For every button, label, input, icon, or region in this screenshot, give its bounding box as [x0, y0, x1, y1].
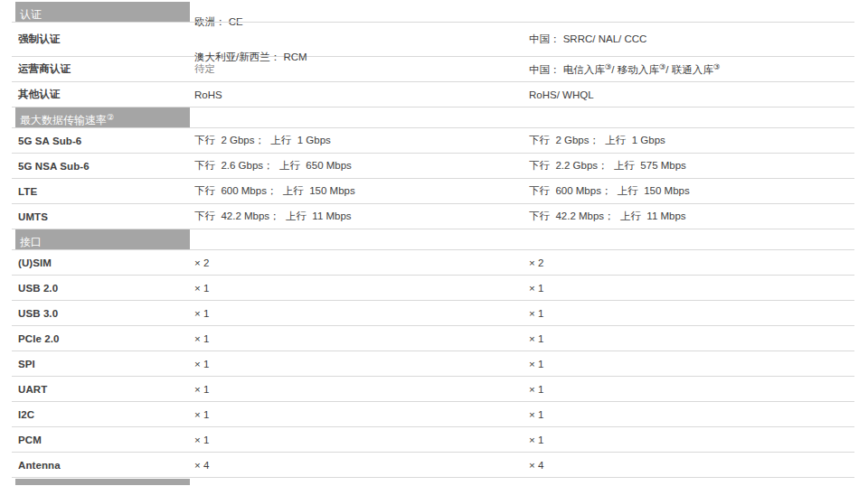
cell-product2-other-certification: RoHS/ WHQL [529, 89, 854, 100]
cell-text-part: 中国： 电信入库 [529, 64, 605, 75]
row-label: UART [12, 384, 194, 395]
row-label: USB 3.0 [12, 308, 194, 319]
table-row-umts: UMTS 下行 42.2 Mbps； 上行 11 Mbps 下行 42.2 Mb… [12, 204, 854, 229]
row-label: 其他认证 [12, 88, 194, 101]
cell-product2-pcm: × 1 [529, 435, 854, 445]
section-header-max-data-rate: 最大数据传输速率② [12, 107, 854, 128]
datasheet-page: 认证 强制认证 欧洲： CE 澳大利亚/新西兰： RCM 中国： SRRC/ N… [0, 0, 868, 486]
section-bar-max-data-rate: 最大数据传输速率② [15, 107, 190, 127]
table-row-pcm: PCM × 1 × 1 [12, 427, 854, 453]
cell-product1-antenna: × 4 [194, 460, 529, 471]
cell-product1-pcie20: × 1 [194, 333, 529, 344]
table-row-5g-sa-sub6: 5G SA Sub-6 下行 2 Gbps； 上行 1 Gbps 下行 2 Gb… [12, 128, 854, 154]
table-row-usb20: USB 2.0 × 1 × 1 [12, 276, 854, 301]
row-label: 运营商认证 [12, 62, 194, 76]
row-label: I2C [12, 409, 194, 420]
cell-product1-usb20: × 1 [194, 283, 529, 294]
cell-product2-carrier-certification: 中国： 电信入库③/ 移动入库③/ 联通入库③ [529, 62, 854, 77]
row-label: USB 2.0 [12, 283, 194, 294]
section-title: 最大数据传输速率 [20, 114, 107, 126]
cell-product1-spi: × 1 [194, 359, 529, 369]
row-label: PCM [12, 435, 194, 445]
cell-product2-umts: 下行 42.2 Mbps； 上行 11 Mbps [529, 210, 854, 223]
cell-text-part: / 移动入库 [611, 64, 658, 75]
cell-text-part: / 联通入库 [665, 64, 712, 75]
section-header-interfaces: 接口 [12, 229, 854, 250]
section-header-certification: 认证 [12, 2, 854, 23]
table-row-mandatory-certification: 强制认证 欧洲： CE 澳大利亚/新西兰： RCM 中国： SRRC/ NAL/… [12, 23, 854, 57]
cell-product2-spi: × 1 [529, 359, 854, 369]
section-bar-interfaces: 接口 [15, 229, 190, 249]
cell-product1-uart: × 1 [194, 384, 529, 395]
row-label: 5G NSA Sub-6 [12, 161, 194, 172]
cell-product1-5g-nsa-sub6: 下行 2.6 Gbps； 上行 650 Mbps [194, 159, 529, 173]
cell-product1-i2c: × 1 [194, 409, 529, 420]
cell-product1-usim: × 2 [194, 257, 529, 268]
cell-product2-i2c: × 1 [529, 409, 854, 420]
section-title: 接口 [20, 236, 42, 248]
cell-product1-usb30: × 1 [194, 308, 529, 319]
row-label: PCIe 2.0 [12, 333, 194, 344]
table-row-lte: LTE 下行 600 Mbps； 上行 150 Mbps 下行 600 Mbps… [12, 179, 854, 204]
row-label: (U)SIM [12, 257, 194, 268]
cell-product2-mandatory-certification: 中国： SRRC/ NAL/ CCC [529, 33, 854, 46]
cell-product2-usb20: × 1 [529, 283, 854, 294]
cell-product2-uart: × 1 [529, 384, 854, 395]
table-row-antenna: Antenna × 4 × 4 [12, 453, 854, 478]
cell-product1-pcm: × 1 [194, 435, 529, 445]
section-header-next-partial [12, 479, 854, 485]
spec-table: 认证 强制认证 欧洲： CE 澳大利亚/新西兰： RCM 中国： SRRC/ N… [12, 2, 854, 485]
cell-product2-lte: 下行 600 Mbps； 上行 150 Mbps [529, 184, 854, 198]
cell-product2-antenna: × 4 [529, 460, 854, 471]
section-title-superscript: ② [107, 113, 114, 122]
table-row-spi: SPI × 1 × 1 [12, 351, 854, 377]
table-row-usim: (U)SIM × 2 × 2 [12, 250, 854, 276]
cell-product1-umts: 下行 42.2 Mbps； 上行 11 Mbps [194, 210, 529, 223]
cell-product1-lte: 下行 600 Mbps； 上行 150 Mbps [194, 184, 529, 198]
section-title: 认证 [20, 8, 42, 21]
table-row-uart: UART × 1 × 1 [12, 377, 854, 402]
cell-product1-other-certification: RoHS [194, 89, 529, 100]
section-bar-certification: 认证 [15, 2, 190, 22]
cell-product2-usb30: × 1 [529, 308, 854, 319]
table-row-other-certification: 其他认证 RoHS RoHS/ WHQL [12, 82, 854, 107]
row-label: UMTS [12, 211, 194, 222]
cell-product2-pcie20: × 1 [529, 333, 854, 344]
row-label: SPI [12, 359, 194, 369]
table-row-usb30: USB 3.0 × 1 × 1 [12, 301, 854, 326]
cell-product1-5g-sa-sub6: 下行 2 Gbps； 上行 1 Gbps [194, 134, 529, 147]
table-row-i2c: I2C × 1 × 1 [12, 402, 854, 427]
row-label: Antenna [12, 460, 194, 471]
row-label: 强制认证 [12, 33, 194, 46]
row-label: LTE [12, 186, 194, 197]
cell-product1-carrier-certification: 待定 [194, 62, 529, 76]
cell-product2-5g-nsa-sub6: 下行 2.2 Gbps； 上行 575 Mbps [529, 159, 854, 173]
footnote-ref-3: ③ [713, 62, 721, 71]
cell-product2-5g-sa-sub6: 下行 2 Gbps； 上行 1 Gbps [529, 134, 854, 147]
next-section-bar [15, 479, 190, 485]
row-label: 5G SA Sub-6 [12, 136, 194, 146]
cell-product2-usim: × 2 [529, 257, 854, 268]
table-row-pcie20: PCIe 2.0 × 1 × 1 [12, 326, 854, 351]
table-row-5g-nsa-sub6: 5G NSA Sub-6 下行 2.6 Gbps； 上行 650 Mbps 下行… [12, 154, 854, 179]
